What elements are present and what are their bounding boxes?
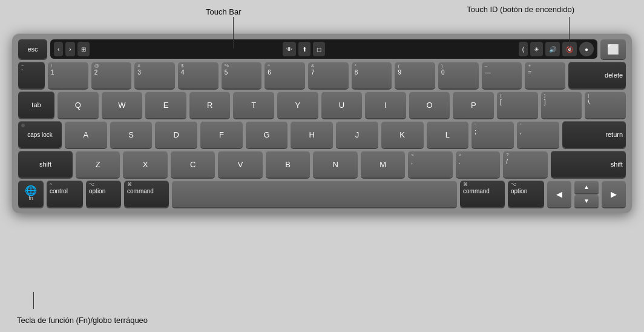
key-arrow-down[interactable]: ▼ — [574, 194, 599, 207]
key-v[interactable]: V — [218, 151, 262, 178]
key-l[interactable]: L — [427, 121, 469, 148]
key-y[interactable]: Y — [277, 91, 318, 118]
key-rbracket[interactable]: } ] — [541, 91, 582, 118]
key-comma[interactable]: < , — [408, 151, 452, 178]
key-arrow-up[interactable]: ▲ — [574, 181, 599, 193]
key-z[interactable]: Z — [76, 151, 120, 178]
key-esc[interactable]: esc — [18, 39, 47, 59]
key-9[interactable]: ( 9 — [395, 62, 435, 88]
key-s[interactable]: S — [110, 121, 153, 148]
key-lbracket[interactable]: { [ — [497, 91, 538, 118]
key-command-right[interactable]: ⌘ command — [460, 181, 505, 207]
key-k[interactable]: K — [381, 121, 424, 148]
key-backslash[interactable]: | \ — [585, 91, 626, 118]
key-x[interactable]: X — [123, 151, 167, 178]
key-space[interactable] — [172, 181, 457, 207]
key-option-right[interactable]: ⌥ option — [508, 181, 544, 207]
key-period[interactable]: > . — [456, 151, 500, 178]
key-slash[interactable]: ? / — [503, 151, 547, 178]
key-option-left[interactable]: ⌥ option — [86, 181, 121, 207]
fn-annotation-label: Tecla de función (Fn)/globo terráqueo — [17, 316, 148, 325]
bottom-row: 🌐 fn ^ control ⌥ option ⌘ command — [18, 181, 626, 207]
key-arrow-right[interactable]: ▶ — [602, 181, 626, 207]
key-1[interactable]: ! 1 — [48, 62, 88, 88]
key-4[interactable]: $ 4 — [178, 62, 218, 88]
key-return[interactable]: return — [562, 121, 626, 148]
number-row: ~ ` ! 1 @ 2 # 3 $ 4 % 5 — [18, 62, 626, 88]
key-f[interactable]: F — [200, 121, 243, 148]
touchbar-row: esc ‹ › ⊞ 👁 ⬆ ◻ ( ☀ 🔊 🔇 ● ⬜ — [18, 39, 626, 59]
key-d[interactable]: D — [155, 121, 197, 148]
key-q[interactable]: Q — [58, 91, 99, 118]
key-t[interactable]: T — [233, 91, 274, 118]
key-o[interactable]: O — [409, 91, 450, 118]
key-3[interactable]: # 3 — [134, 62, 175, 88]
key-u[interactable]: U — [321, 91, 363, 118]
tb-back[interactable]: ‹ — [54, 42, 63, 56]
key-h[interactable]: H — [291, 121, 333, 148]
key-0[interactable]: ) 0 — [438, 62, 479, 88]
key-b[interactable]: B — [266, 151, 310, 178]
tb-mute[interactable]: 🔇 — [562, 42, 577, 56]
key-n[interactable]: N — [313, 151, 357, 178]
key-capslock[interactable]: caps lock — [18, 121, 62, 148]
touch-id-key[interactable]: ⬜ — [600, 39, 626, 59]
key-semicolon[interactable]: " ; — [472, 121, 514, 148]
tb-screen[interactable]: ◻ — [313, 42, 325, 56]
key-equals[interactable]: + = — [525, 62, 565, 88]
tb-grid[interactable]: ⊞ — [77, 42, 90, 56]
key-a[interactable]: A — [65, 121, 107, 148]
touchbar-annotation-label: Touch Bar — [206, 7, 242, 16]
key-8[interactable]: * 8 — [352, 62, 392, 88]
asdf-row: caps lock A S D F G H J K L " ; ' , retu… — [18, 121, 626, 148]
esc-label: esc — [27, 45, 38, 53]
touch-bar[interactable]: ‹ › ⊞ 👁 ⬆ ◻ ( ☀ 🔊 🔇 ● — [50, 39, 597, 59]
tb-paren[interactable]: ( — [519, 42, 528, 56]
key-7[interactable]: & 7 — [308, 62, 349, 88]
key-i[interactable]: I — [365, 91, 406, 118]
key-command-left[interactable]: ⌘ command — [124, 181, 169, 207]
tb-brightness[interactable]: ☀ — [530, 42, 543, 56]
touch-id-icon: ⬜ — [607, 44, 619, 55]
key-quote[interactable]: ' , — [517, 121, 559, 148]
key-p[interactable]: P — [453, 91, 494, 118]
key-g[interactable]: G — [246, 121, 288, 148]
key-w[interactable]: W — [102, 91, 143, 118]
key-control[interactable]: ^ control — [47, 181, 83, 207]
key-minus[interactable]: – — — [482, 62, 522, 88]
tb-share[interactable]: ⬆ — [298, 42, 310, 56]
key-5[interactable]: % 5 — [222, 62, 262, 88]
key-fn[interactable]: 🌐 fn — [18, 181, 44, 207]
tb-eye[interactable]: 👁 — [283, 42, 296, 56]
key-arrow-left[interactable]: ◀ — [547, 181, 571, 207]
key-delete[interactable]: delete — [568, 62, 626, 88]
key-6[interactable]: ^ 6 — [264, 62, 305, 88]
keyboard: esc ‹ › ⊞ 👁 ⬆ ◻ ( ☀ 🔊 🔇 ● ⬜ — [12, 33, 632, 299]
key-j[interactable]: J — [336, 121, 378, 148]
zxcv-row: shift Z X C V B N M < , > . ? / shift — [18, 151, 626, 178]
key-shift-left[interactable]: shift — [18, 151, 73, 178]
key-shift-right[interactable]: shift — [551, 151, 626, 178]
key-backtick[interactable]: ~ ` — [18, 62, 45, 88]
key-tab[interactable]: tab — [18, 91, 54, 118]
key-c[interactable]: C — [171, 151, 215, 178]
qwerty-row: tab Q W E R T Y U I O P { [ } ] | \ — [18, 91, 626, 118]
touchid-annotation-label: Touch ID (botón de encendido) — [467, 5, 574, 14]
key-r[interactable]: R — [189, 91, 231, 118]
tb-siri[interactable]: ● — [579, 42, 594, 56]
tb-volume[interactable]: 🔊 — [545, 42, 560, 56]
tb-forward[interactable]: › — [65, 42, 74, 56]
key-2[interactable]: @ 2 — [91, 62, 132, 88]
key-m[interactable]: M — [361, 151, 405, 178]
key-e[interactable]: E — [145, 91, 186, 118]
